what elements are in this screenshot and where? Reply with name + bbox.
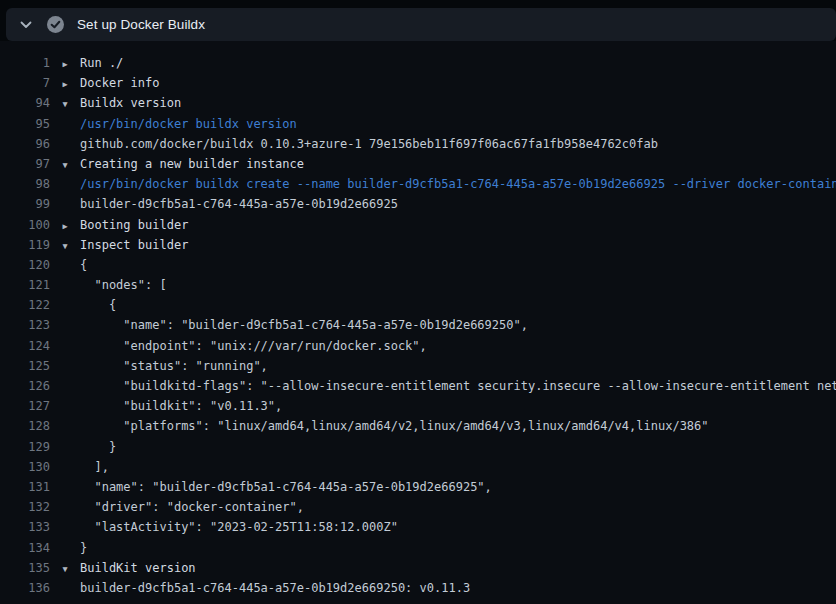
log-line-text: /usr/bin/docker buildx create --name bui… [80, 174, 836, 194]
log-line-text: "platforms": "linux/amd64,linux/amd64/v2… [80, 416, 709, 436]
log-group-row[interactable]: 7 ▶ Docker info [0, 73, 836, 93]
group-expanded-icon[interactable]: ▼ [50, 236, 80, 255]
line-number[interactable]: 123 [0, 315, 50, 335]
log-row: 95 /usr/bin/docker buildx version [0, 114, 836, 134]
log-row: 136 builder-d9cfb5a1-c764-445a-a57e-0b19… [0, 578, 836, 598]
log-group-row[interactable]: 97 ▼ Creating a new builder instance [0, 154, 836, 174]
log-line-text: github.com/docker/buildx 0.10.3+azure-1 … [80, 134, 658, 154]
line-number[interactable]: 133 [0, 517, 50, 537]
group-collapsed-icon[interactable]: ▶ [50, 216, 80, 235]
line-number[interactable]: 122 [0, 295, 50, 315]
line-number[interactable]: 135 [0, 558, 50, 578]
log-row: 121 "nodes": [ [0, 275, 836, 295]
log-row: 98 /usr/bin/docker buildx create --name … [0, 174, 836, 194]
line-number[interactable]: 128 [0, 416, 50, 436]
log-group-row[interactable]: 119 ▼ Inspect builder [0, 235, 836, 255]
line-number[interactable]: 97 [0, 154, 50, 174]
line-number[interactable]: 124 [0, 336, 50, 356]
line-number[interactable]: 121 [0, 275, 50, 295]
log-line-text: "endpoint": "unix:///var/run/docker.sock… [80, 336, 427, 356]
log-row: 125 "status": "running", [0, 356, 836, 376]
log-line-text: "buildkitd-flags": "--allow-insecure-ent… [80, 376, 836, 396]
log-row: 122 { [0, 295, 836, 315]
line-number[interactable]: 131 [0, 477, 50, 497]
log-line-text: /usr/bin/docker buildx version [80, 114, 297, 134]
log-row: 127 "buildkit": "v0.11.3", [0, 396, 836, 416]
log-line-text: "status": "running", [80, 356, 268, 376]
step-header[interactable]: Set up Docker Buildx [6, 8, 836, 41]
log-row: 123 "name": "builder-d9cfb5a1-c764-445a-… [0, 315, 836, 335]
log-line-text: "buildkit": "v0.11.3", [80, 396, 282, 416]
log-row: 131 "name": "builder-d9cfb5a1-c764-445a-… [0, 477, 836, 497]
line-number[interactable]: 95 [0, 114, 50, 134]
log-row: 124 "endpoint": "unix:///var/run/docker.… [0, 336, 836, 356]
line-number[interactable]: 120 [0, 255, 50, 275]
log-row: 130 ], [0, 457, 836, 477]
log-line-text: { [80, 295, 116, 315]
line-number[interactable]: 96 [0, 134, 50, 154]
line-number[interactable]: 127 [0, 396, 50, 416]
log-line-text: } [80, 538, 87, 558]
line-number[interactable]: 132 [0, 497, 50, 517]
log-line-text: { [80, 255, 87, 275]
log-group-row[interactable]: 1 ▶ Run ./ [0, 53, 836, 73]
log-line-text: "name": "builder-d9cfb5a1-c764-445a-a57e… [80, 315, 528, 335]
group-expanded-icon[interactable]: ▼ [50, 155, 80, 174]
line-number[interactable]: 99 [0, 194, 50, 214]
log-line-text: } [80, 437, 116, 457]
line-number[interactable]: 130 [0, 457, 50, 477]
step-title: Set up Docker Buildx [77, 17, 205, 32]
log-line-text: Buildx version [80, 93, 181, 113]
log-line-text: "nodes": [ [80, 275, 167, 295]
log-row: 96 github.com/docker/buildx 0.10.3+azure… [0, 134, 836, 154]
log-row: 99 builder-d9cfb5a1-c764-445a-a57e-0b19d… [0, 194, 836, 214]
log-line-text: Booting builder [80, 215, 188, 235]
log-lines: 1 ▶ Run ./ 7 ▶ Docker info 94 ▼ Buildx v… [0, 41, 836, 604]
log-line-text: "name": "builder-d9cfb5a1-c764-445a-a57e… [80, 477, 492, 497]
line-number[interactable]: 7 [0, 73, 50, 93]
log-line-text: builder-d9cfb5a1-c764-445a-a57e-0b19d2e6… [80, 194, 398, 214]
chevron-down-icon[interactable] [20, 19, 32, 31]
line-number[interactable]: 94 [0, 93, 50, 113]
group-collapsed-icon[interactable]: ▶ [50, 54, 80, 73]
line-number[interactable]: 126 [0, 376, 50, 396]
log-row: 128 "platforms": "linux/amd64,linux/amd6… [0, 416, 836, 436]
line-number[interactable]: 136 [0, 578, 50, 598]
line-number[interactable]: 98 [0, 174, 50, 194]
log-row: 132 "driver": "docker-container", [0, 497, 836, 517]
line-number[interactable]: 1 [0, 53, 50, 73]
log-row: 133 "lastActivity": "2023-02-25T11:58:12… [0, 517, 836, 537]
log-row: 129 } [0, 437, 836, 457]
group-expanded-icon[interactable]: ▼ [50, 94, 80, 113]
log-line-text: "lastActivity": "2023-02-25T11:58:12.000… [80, 517, 398, 537]
line-number[interactable]: 129 [0, 437, 50, 457]
log-line-text: Creating a new builder instance [80, 154, 304, 174]
line-number[interactable]: 100 [0, 215, 50, 235]
log-row: 134 } [0, 538, 836, 558]
log-line-text: ], [80, 457, 109, 477]
log-line-text: BuildKit version [80, 558, 196, 578]
line-number[interactable]: 119 [0, 235, 50, 255]
log-line-text: builder-d9cfb5a1-c764-445a-a57e-0b19d2e6… [80, 578, 470, 598]
log-group-row[interactable]: 100 ▶ Booting builder [0, 215, 836, 235]
log-row: 120 { [0, 255, 836, 275]
log-line-text: Inspect builder [80, 235, 188, 255]
log-line-text: "driver": "docker-container", [80, 497, 304, 517]
log-line-text: Run ./ [80, 53, 123, 73]
line-number[interactable]: 134 [0, 538, 50, 558]
log-row: 126 "buildkitd-flags": "--allow-insecure… [0, 376, 836, 396]
group-expanded-icon[interactable]: ▼ [50, 559, 80, 578]
log-group-row[interactable]: 135 ▼ BuildKit version [0, 558, 836, 578]
line-number[interactable]: 125 [0, 356, 50, 376]
log-group-row[interactable]: 94 ▼ Buildx version [0, 93, 836, 113]
log-line-text: Docker info [80, 73, 159, 93]
check-circle-icon [47, 16, 64, 33]
group-collapsed-icon[interactable]: ▶ [50, 74, 80, 93]
